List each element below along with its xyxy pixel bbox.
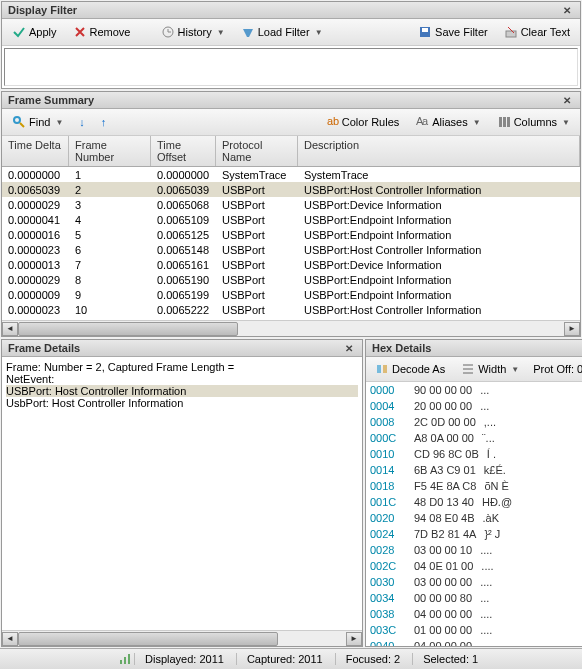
hex-body[interactable]: 000090 00 00 00...000420 00 00 00...0008… bbox=[366, 382, 582, 646]
table-row[interactable]: 0.000004140.0065109USBPortUSBPort:Endpoi… bbox=[2, 212, 580, 227]
load-label: Load Filter bbox=[258, 26, 310, 38]
color-rules-button[interactable]: ab Color Rules bbox=[319, 112, 405, 132]
grid-body[interactable]: 0.000000010.0000000SystemTraceSystemTrac… bbox=[2, 167, 580, 320]
remove-icon bbox=[73, 25, 87, 39]
hex-row[interactable]: 00146B A3 C9 01k£É. bbox=[370, 464, 582, 480]
detail-line[interactable]: UsbPort: Host Controller Information bbox=[6, 397, 358, 409]
arrow-down-button[interactable]: ↓ bbox=[73, 113, 91, 131]
svg-text:ab: ab bbox=[327, 115, 339, 127]
frame-details-body[interactable]: Frame: Number = 2, Captured Frame Length… bbox=[2, 357, 362, 630]
chevron-down-icon: ▼ bbox=[217, 28, 225, 37]
col-description[interactable]: Description bbox=[298, 136, 580, 166]
table-row[interactable]: 0.000000010.0000000SystemTraceSystemTrac… bbox=[2, 167, 580, 182]
history-icon bbox=[161, 25, 175, 39]
decode-icon bbox=[375, 362, 389, 376]
apply-button[interactable]: Apply bbox=[6, 22, 63, 42]
grid-header: Time Delta Frame Number Time Offset Prot… bbox=[2, 136, 580, 167]
status-displayed: Displayed: 2011 bbox=[134, 653, 234, 665]
table-row[interactable]: 0.000000990.0065199USBPortUSBPort:Endpoi… bbox=[2, 287, 580, 302]
status-focused: Focused: 2 bbox=[335, 653, 410, 665]
clear-label: Clear Text bbox=[521, 26, 570, 38]
stats-icon bbox=[118, 652, 132, 666]
hex-row[interactable]: 003400 00 00 80... bbox=[370, 592, 582, 608]
hex-row[interactable]: 000090 00 00 00... bbox=[370, 384, 582, 400]
detail-line[interactable]: USBPort: Host Controller Information bbox=[6, 385, 358, 397]
table-row[interactable]: 0.000001650.0065125USBPortUSBPort:Endpoi… bbox=[2, 227, 580, 242]
columns-icon bbox=[497, 115, 511, 129]
hex-row[interactable]: 002094 08 E0 4B .àK bbox=[370, 512, 582, 528]
columns-label: Columns bbox=[514, 116, 557, 128]
hex-row[interactable]: 002C04 0E 01 00.... bbox=[370, 560, 582, 576]
filter-title: Display Filter bbox=[8, 4, 77, 16]
close-icon[interactable]: ✕ bbox=[560, 95, 574, 106]
hex-row[interactable]: 000CA8 0A 00 00¨... bbox=[370, 432, 582, 448]
table-row[interactable]: 0.006503920.0065039USBPortUSBPort:Host C… bbox=[2, 182, 580, 197]
find-label: Find bbox=[29, 116, 50, 128]
history-button[interactable]: History▼ bbox=[155, 22, 231, 42]
save-icon bbox=[418, 25, 432, 39]
scroll-left-icon[interactable]: ◄ bbox=[2, 322, 18, 336]
hex-row[interactable]: 003C01 00 00 00.... bbox=[370, 624, 582, 640]
width-button[interactable]: Width▼ bbox=[455, 359, 525, 379]
hex-row[interactable]: 00247D B2 81 4A}² J bbox=[370, 528, 582, 544]
filter-input[interactable] bbox=[4, 48, 578, 86]
save-filter-button[interactable]: Save Filter bbox=[412, 22, 494, 42]
hex-toolbar: Decode As Width▼ Prot Off: 0 (0x bbox=[366, 357, 582, 382]
width-icon bbox=[461, 362, 475, 376]
color-rules-icon: ab bbox=[325, 115, 339, 129]
svg-rect-3 bbox=[506, 31, 516, 37]
hex-row[interactable]: 0018F5 4E 8A C8õN È bbox=[370, 480, 582, 496]
svg-rect-8 bbox=[499, 117, 502, 127]
svg-rect-2 bbox=[422, 28, 428, 32]
hex-row[interactable]: 002803 00 00 10.... bbox=[370, 544, 582, 560]
close-icon[interactable]: ✕ bbox=[342, 343, 356, 354]
decode-label: Decode As bbox=[392, 363, 445, 375]
h-scrollbar[interactable]: ◄ ► bbox=[2, 630, 362, 646]
find-button[interactable]: Find▼ bbox=[6, 112, 69, 132]
hex-row[interactable]: 00082C 0D 00 00,... bbox=[370, 416, 582, 432]
history-label: History bbox=[178, 26, 212, 38]
hex-row[interactable]: 000420 00 00 00... bbox=[370, 400, 582, 416]
svg-rect-13 bbox=[120, 660, 122, 664]
table-row[interactable]: 0.000002930.0065068USBPortUSBPort:Device… bbox=[2, 197, 580, 212]
scroll-right-icon[interactable]: ► bbox=[564, 322, 580, 336]
find-icon bbox=[12, 115, 26, 129]
close-icon[interactable]: ✕ bbox=[560, 5, 574, 16]
col-frame-number[interactable]: Frame Number bbox=[69, 136, 151, 166]
scroll-right-icon[interactable]: ► bbox=[346, 632, 362, 646]
decode-as-button[interactable]: Decode As bbox=[369, 359, 451, 379]
svg-point-4 bbox=[14, 117, 20, 123]
hex-row[interactable]: 0010CD 96 8C 0BÍ . bbox=[370, 448, 582, 464]
table-row[interactable]: 0.000002980.0065190USBPortUSBPort:Endpoi… bbox=[2, 272, 580, 287]
svg-rect-11 bbox=[377, 365, 381, 373]
summary-toolbar: Find▼ ↓ ↑ ab Color Rules Aa Aliases▼ Col… bbox=[2, 109, 580, 136]
hex-row[interactable]: 003804 00 00 00.... bbox=[370, 608, 582, 624]
h-scrollbar[interactable]: ◄ ► bbox=[2, 320, 580, 336]
chevron-down-icon: ▼ bbox=[473, 118, 481, 127]
col-time-offset[interactable]: Time Offset bbox=[151, 136, 216, 166]
clear-text-button[interactable]: Clear Text bbox=[498, 22, 576, 42]
detail-line[interactable]: Frame: Number = 2, Captured Frame Length… bbox=[6, 361, 358, 373]
status-selected: Selected: 1 bbox=[412, 653, 488, 665]
clear-icon bbox=[504, 25, 518, 39]
apply-label: Apply bbox=[29, 26, 57, 38]
columns-button[interactable]: Columns▼ bbox=[491, 112, 576, 132]
load-icon bbox=[241, 25, 255, 39]
aliases-button[interactable]: Aa Aliases▼ bbox=[409, 112, 486, 132]
load-filter-button[interactable]: Load Filter▼ bbox=[235, 22, 329, 42]
prot-off-label: Prot Off: 0 (0x bbox=[529, 363, 582, 375]
hex-row[interactable]: 001C48 D0 13 40HÐ.@ bbox=[370, 496, 582, 512]
table-row[interactable]: 0.000001370.0065161USBPortUSBPort:Device… bbox=[2, 257, 580, 272]
col-time-delta[interactable]: Time Delta bbox=[2, 136, 69, 166]
col-protocol-name[interactable]: Protocol Name bbox=[216, 136, 298, 166]
hex-row[interactable]: 004004 00 00 00.... bbox=[370, 640, 582, 646]
table-row[interactable]: 0.0000023100.0065222USBPortUSBPort:Host … bbox=[2, 302, 580, 317]
detail-line[interactable]: NetEvent: bbox=[6, 373, 358, 385]
hex-row[interactable]: 003003 00 00 00.... bbox=[370, 576, 582, 592]
table-row[interactable]: 0.000002360.0065148USBPortUSBPort:Host C… bbox=[2, 242, 580, 257]
arrow-up-button[interactable]: ↑ bbox=[95, 113, 113, 131]
scroll-left-icon[interactable]: ◄ bbox=[2, 632, 18, 646]
remove-button[interactable]: Remove bbox=[67, 22, 137, 42]
width-label: Width bbox=[478, 363, 506, 375]
svg-rect-14 bbox=[124, 657, 126, 664]
